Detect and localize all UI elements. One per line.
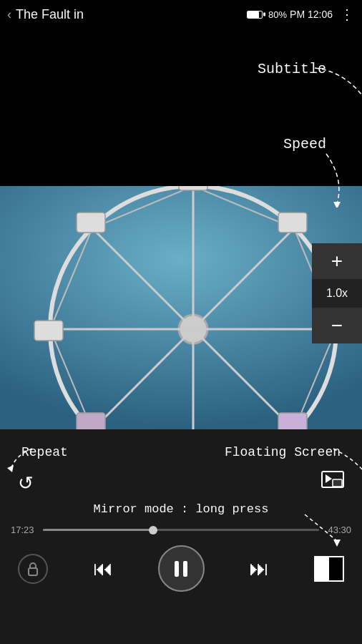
lock-button[interactable] — [18, 554, 48, 584]
svg-marker-31 — [7, 465, 14, 472]
pip-button[interactable] — [314, 556, 344, 582]
svg-rect-39 — [183, 561, 187, 577]
svg-rect-2 — [0, 186, 362, 429]
svg-rect-24 — [278, 213, 307, 233]
floating-screen-label: Floating Screen — [225, 445, 341, 459]
more-options-button[interactable]: ⋮ — [340, 6, 355, 23]
battery-icon — [247, 11, 263, 19]
progress-fill — [43, 529, 153, 531]
playback-row: ⏮ ⏭ — [0, 540, 362, 597]
seek-bar[interactable] — [43, 529, 319, 531]
feature-row: Repeat Floating Screen — [0, 436, 362, 468]
svg-rect-37 — [29, 568, 37, 575]
svg-rect-25 — [77, 413, 105, 429]
speed-decrease-button[interactable]: − — [312, 308, 362, 343]
page-title: The Fault in — [16, 7, 247, 22]
mirror-mode-row: Mirror mode : long press — [0, 498, 362, 520]
speed-display: 1.0x — [312, 279, 362, 308]
video-player — [0, 186, 362, 429]
pause-button[interactable] — [158, 545, 205, 592]
repeat-container: Repeat — [21, 445, 68, 459]
back-button[interactable]: ‹ — [7, 7, 11, 22]
clock: PM 12:06 — [290, 9, 333, 20]
speed-arrow — [323, 150, 362, 208]
battery-percent: 80% — [268, 9, 287, 20]
icon-row: ↺ — [0, 468, 362, 498]
svg-marker-36 — [333, 540, 341, 547]
svg-rect-20 — [34, 321, 63, 341]
current-time: 17:23 — [11, 525, 36, 535]
svg-rect-19 — [179, 186, 207, 190]
floating-screen-container: Floating Screen — [225, 445, 341, 459]
subtitle-arrow — [311, 64, 362, 114]
mirror-mode-label: Mirror mode : long press — [94, 502, 269, 516]
speed-increase-button[interactable]: + — [312, 243, 362, 279]
floating-arrow — [330, 445, 362, 481]
seek-handle[interactable] — [149, 526, 157, 535]
svg-rect-23 — [77, 213, 105, 233]
speed-label: Speed — [283, 136, 326, 152]
repeat-button[interactable]: ↺ — [18, 472, 34, 494]
video-frame — [0, 186, 362, 429]
next-button[interactable]: ⏭ — [249, 557, 269, 580]
svg-rect-38 — [175, 561, 179, 577]
speed-controls: + 1.0x − — [312, 243, 362, 343]
svg-marker-1 — [333, 202, 341, 208]
controls-area: Repeat Floating Screen ↺ Mirror mode : l… — [0, 429, 362, 644]
svg-rect-26 — [278, 413, 307, 429]
repeat-label: Repeat — [21, 445, 68, 459]
pip-left — [315, 557, 329, 580]
ferris-wheel-image — [0, 186, 362, 429]
subtitle-area: Subtitle — [0, 36, 362, 186]
pip-right — [329, 557, 343, 580]
status-bar: ‹ The Fault in 80% PM 12:06 ⋮ — [0, 0, 362, 29]
speed-label-area: Speed — [283, 136, 326, 152]
previous-button[interactable]: ⏮ — [93, 557, 113, 580]
